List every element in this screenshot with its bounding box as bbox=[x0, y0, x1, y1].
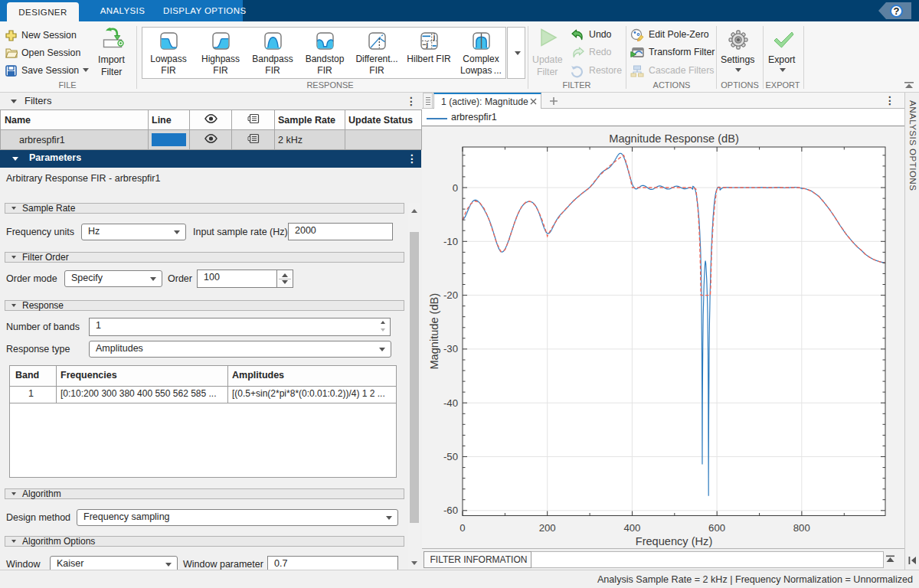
svg-text:-20: -20 bbox=[443, 289, 458, 301]
svg-text:-60: -60 bbox=[443, 505, 458, 516]
svg-text:600: 600 bbox=[708, 522, 725, 534]
svg-text:0: 0 bbox=[453, 182, 458, 194]
svg-text:0: 0 bbox=[460, 522, 465, 534]
svg-text:Magnitude Response (dB): Magnitude Response (dB) bbox=[609, 132, 739, 145]
svg-text:Magnitude (dB): Magnitude (dB) bbox=[428, 293, 440, 370]
svg-text:400: 400 bbox=[623, 522, 640, 534]
svg-text:−j: −j bbox=[422, 41, 428, 48]
svg-text:-50: -50 bbox=[443, 451, 458, 462]
svg-text:j: j bbox=[432, 32, 435, 40]
svg-text:-40: -40 bbox=[443, 397, 458, 409]
svg-text:-30: -30 bbox=[443, 343, 458, 354]
svg-text:-10: -10 bbox=[443, 236, 458, 247]
svg-text:Frequency (Hz): Frequency (Hz) bbox=[636, 535, 713, 547]
svg-text:200: 200 bbox=[539, 522, 556, 534]
svg-text:800: 800 bbox=[793, 522, 810, 534]
